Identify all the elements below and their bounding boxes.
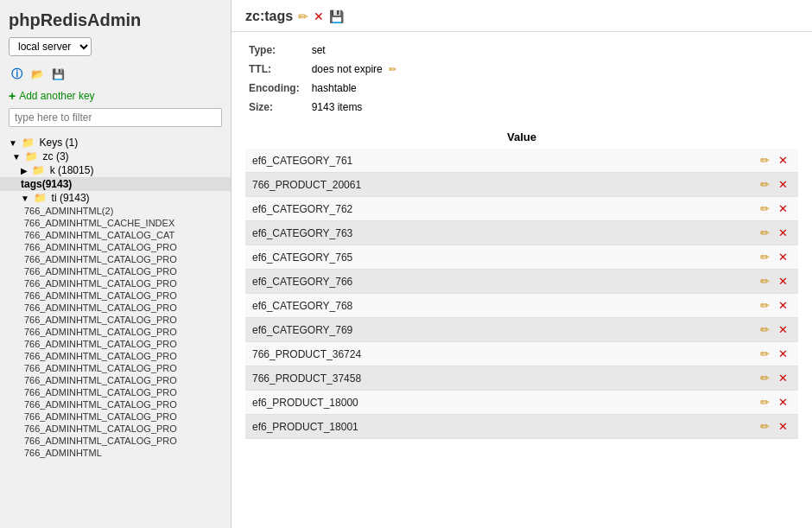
sidebar-icon-bar: ⓘ 📂 💾 xyxy=(0,63,231,87)
tree-zc-tags[interactable]: tags(9143) xyxy=(0,177,231,191)
row-edit-button[interactable]: ✏ xyxy=(757,347,773,361)
size-label: Size: xyxy=(245,98,308,117)
row-delete-button[interactable]: ✕ xyxy=(775,419,791,434)
value-cell: ef6_PRODUCT_18000 xyxy=(252,397,757,409)
row-edit-button[interactable]: ✏ xyxy=(757,153,773,168)
value-cell: ef6_CATEGORY_766 xyxy=(252,276,757,288)
value-cell: ef6_CATEGORY_763 xyxy=(252,227,757,239)
value-row: ef6_CATEGORY_765✏✕ xyxy=(245,245,798,270)
edit-key-icon[interactable]: ✏ xyxy=(298,10,308,23)
filter-input[interactable] xyxy=(9,108,222,127)
info-icon[interactable]: ⓘ xyxy=(9,67,24,82)
sidebar: phpRedisAdmin local server ⓘ 📂 💾 + Add a… xyxy=(0,0,232,528)
row-edit-button[interactable]: ✏ xyxy=(757,371,773,385)
value-cell: ef6_CATEGORY_768 xyxy=(252,300,757,312)
row-delete-button[interactable]: ✕ xyxy=(775,226,791,240)
row-delete-button[interactable]: ✕ xyxy=(775,347,791,361)
row-delete-button[interactable]: ✕ xyxy=(775,371,791,385)
tree-leaf-12[interactable]: 766_ADMINHTML_CATALOG_PRO xyxy=(0,350,231,362)
value-cell: ef6_CATEGORY_761 xyxy=(252,155,757,167)
row-edit-button[interactable]: ✏ xyxy=(757,177,773,192)
meta-table: Type: set TTL: does not expire ✏ Encodin… xyxy=(245,41,407,117)
value-row: ef6_CATEGORY_761✏✕ xyxy=(245,149,798,173)
row-edit-button[interactable]: ✏ xyxy=(757,395,773,410)
row-delete-button[interactable]: ✕ xyxy=(775,201,791,216)
tree-leaf-7[interactable]: 766_ADMINHTML_CATALOG_PRO xyxy=(0,289,231,302)
value-row: ef6_PRODUCT_18001✏✕ xyxy=(245,415,798,439)
row-delete-button[interactable]: ✕ xyxy=(775,250,791,264)
row-edit-button[interactable]: ✏ xyxy=(757,419,773,434)
ttl-label: TTL: xyxy=(245,60,308,79)
tree-leaf-5[interactable]: 766_ADMINHTML_CATALOG_PRO xyxy=(0,265,231,277)
plus-icon: + xyxy=(9,89,16,103)
value-cell: ef6_PRODUCT_18001 xyxy=(252,421,757,433)
tree-leaf-13[interactable]: 766_ADMINHTML_CATALOG_PRO xyxy=(0,362,231,374)
tree-zc-folder[interactable]: ▼ 📁 zc (3) xyxy=(0,149,231,163)
delete-key-icon[interactable]: ✕ xyxy=(314,10,324,23)
value-row: ef6_CATEGORY_768✏✕ xyxy=(245,294,798,318)
tree-leaf-20[interactable]: 766_ADMINHTML xyxy=(0,447,231,459)
tree-leaf-18[interactable]: 766_ADMINHTML_CATALOG_PRO xyxy=(0,423,231,435)
main-panel: zc:tags ✏ ✕ 💾 Type: set TTL: does not ex… xyxy=(232,0,812,528)
tree-leaf-14[interactable]: 766_ADMINHTML_CATALOG_PRO xyxy=(0,374,231,386)
tree-leaf-19[interactable]: 766_ADMINHTML_CATALOG_PRO xyxy=(0,435,231,447)
value-cell: ef6_CATEGORY_765 xyxy=(252,251,757,264)
value-row: 766_PRODUCT_36724✏✕ xyxy=(245,342,798,366)
tree-leaf-15[interactable]: 766_ADMINHTML_CATALOG_PRO xyxy=(0,386,231,398)
row-delete-button[interactable]: ✕ xyxy=(775,322,791,337)
row-edit-button[interactable]: ✏ xyxy=(757,322,773,337)
encoding-label: Encoding: xyxy=(245,79,308,98)
tree-leaf-8[interactable]: 766_ADMINHTML_CATALOG_PRO xyxy=(0,302,231,314)
tree-leaf-2[interactable]: 766_ADMINHTML_CATALOG_CAT xyxy=(0,229,231,241)
value-section: Value ef6_CATEGORY_761✏✕766_PRODUCT_2006… xyxy=(245,125,798,439)
key-tree: ▼ 📁 Keys (1) ▼ 📁 zc (3) ▶ 📁 k (18015) ta… xyxy=(0,134,231,528)
export-key-icon[interactable]: 💾 xyxy=(329,10,344,23)
value-cell: 766_PRODUCT_37458 xyxy=(252,372,757,385)
server-select-wrap: local server xyxy=(0,37,231,63)
tree-leaf-17[interactable]: 766_ADMINHTML_CATALOG_PRO xyxy=(0,410,231,423)
value-cell: 766_PRODUCT_36724 xyxy=(252,348,757,360)
type-value: set xyxy=(308,41,407,60)
row-delete-button[interactable]: ✕ xyxy=(775,177,791,192)
save-icon[interactable]: 💾 xyxy=(50,67,66,82)
app-title: phpRedisAdmin xyxy=(0,0,231,37)
tree-leaf-6[interactable]: 766_ADMINHTML_CATALOG_PRO xyxy=(0,277,231,289)
tree-leaf-16[interactable]: 766_ADMINHTML_CATALOG_PRO xyxy=(0,398,231,410)
database-icon[interactable]: 📂 xyxy=(29,67,45,82)
tree-keys-root[interactable]: ▼ 📁 Keys (1) xyxy=(0,136,231,149)
key-title: zc:tags xyxy=(245,9,293,24)
tree-leaf-0[interactable]: 766_ADMINHTML(2) xyxy=(0,205,231,217)
tree-leaf-3[interactable]: 766_ADMINHTML_CATALOG_PRO xyxy=(0,241,231,253)
tree-leaf-10[interactable]: 766_ADMINHTML_CATALOG_PRO xyxy=(0,326,231,338)
value-row: ef6_CATEGORY_769✏✕ xyxy=(245,318,798,342)
encoding-value: hashtable xyxy=(308,79,407,98)
tree-leaf-9[interactable]: 766_ADMINHTML_CATALOG_PRO xyxy=(0,314,231,326)
server-select[interactable]: local server xyxy=(9,37,92,56)
tree-zc-k[interactable]: ▶ 📁 k (18015) xyxy=(0,163,231,177)
row-edit-button[interactable]: ✏ xyxy=(757,298,773,313)
row-edit-button[interactable]: ✏ xyxy=(757,226,773,240)
add-key-button[interactable]: + Add another key xyxy=(0,87,231,108)
tree-leaf-4[interactable]: 766_ADMINHTML_CATALOG_PRO xyxy=(0,253,231,265)
tree-zc-ti[interactable]: ▼ 📁 ti (9143) xyxy=(0,191,231,205)
row-edit-button[interactable]: ✏ xyxy=(757,274,773,289)
tree-leaf-1[interactable]: 766_ADMINHTML_CACHE_INDEX xyxy=(0,217,231,229)
value-cell: ef6_CATEGORY_769 xyxy=(252,324,757,336)
ttl-edit-icon[interactable]: ✏ xyxy=(389,64,396,74)
value-rows: ef6_CATEGORY_761✏✕766_PRODUCT_20061✏✕ef6… xyxy=(245,149,798,439)
row-edit-button[interactable]: ✏ xyxy=(757,201,773,216)
value-header: Value xyxy=(245,125,798,149)
row-delete-button[interactable]: ✕ xyxy=(775,298,791,313)
value-cell: ef6_CATEGORY_762 xyxy=(252,203,757,215)
row-edit-button[interactable]: ✏ xyxy=(757,250,773,264)
type-label: Type: xyxy=(245,41,308,60)
row-delete-button[interactable]: ✕ xyxy=(775,153,791,168)
tree-leaf-11[interactable]: 766_ADMINHTML_CATALOG_PRO xyxy=(0,338,231,350)
row-delete-button[interactable]: ✕ xyxy=(775,395,791,410)
row-delete-button[interactable]: ✕ xyxy=(775,274,791,289)
value-row: ef6_CATEGORY_766✏✕ xyxy=(245,270,798,294)
ttl-value: does not expire ✏ xyxy=(308,60,407,79)
size-value: 9143 items xyxy=(308,98,407,117)
main-header: zc:tags ✏ ✕ 💾 xyxy=(232,0,812,32)
value-row: ef6_PRODUCT_18000✏✕ xyxy=(245,391,798,415)
